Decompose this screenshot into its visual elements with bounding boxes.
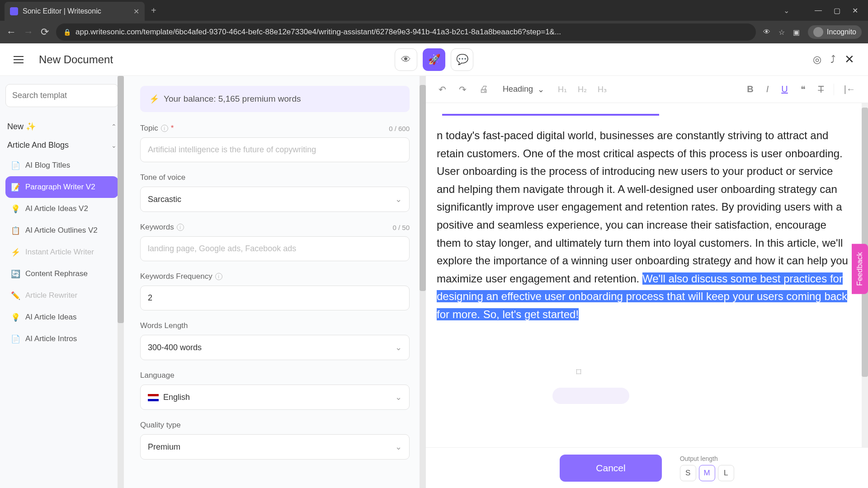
generate-button[interactable]: 🚀 <box>423 48 445 71</box>
balance-card: ⚡ Your balance: 5,165 premium words <box>140 86 410 112</box>
topic-input[interactable] <box>140 137 410 162</box>
info-icon[interactable]: i <box>215 273 222 280</box>
form-scrollbar[interactable] <box>420 76 426 488</box>
forward-icon: → <box>24 26 33 38</box>
window-controls: ⌄ — ▢ ✕ <box>783 6 868 15</box>
sidebar-group-new[interactable]: New ✨ ⌃ <box>5 117 118 136</box>
language-select[interactable]: English ⌄ <box>140 385 410 410</box>
editor-panel: ↶ ↷ 🖨 Heading ⌄ H₁ H₂ H₃ B I U ❝ T̶ |← n… <box>426 76 868 488</box>
redo-icon[interactable]: ↷ <box>456 81 469 98</box>
bold-icon[interactable]: B <box>744 81 756 97</box>
undo-icon[interactable]: ↶ <box>436 81 449 98</box>
main-layout: New ✨ ⌃ Article And Blogs ⌄ 📄 AI Blog Ti… <box>0 76 868 488</box>
flag-icon <box>148 394 159 401</box>
chevron-down-icon: ⌄ <box>111 142 117 149</box>
sidebar-item-instant-writer[interactable]: ⚡ Instant Article Writer <box>5 241 118 263</box>
editor-scrollbar[interactable] <box>862 103 868 488</box>
underline-icon[interactable]: U <box>778 81 790 97</box>
browser-tab[interactable]: Sonic Editor | Writesonic ✕ <box>5 2 145 21</box>
incognito-badge[interactable]: Incognito <box>808 25 862 39</box>
favicon <box>10 7 18 15</box>
record-icon[interactable]: ◎ <box>813 54 821 66</box>
reload-icon[interactable]: ⟳ <box>41 26 49 38</box>
tab-title: Sonic Editor | Writesonic <box>23 7 129 15</box>
tone-select[interactable]: Sarcastic ⌄ <box>140 187 410 212</box>
italic-icon[interactable]: I <box>764 81 772 97</box>
group-label: New ✨ <box>7 122 36 131</box>
back-icon[interactable]: ← <box>6 26 16 38</box>
text-normal: n today's fast-paced digital world, busi… <box>437 129 848 285</box>
h2-button[interactable]: H₂ <box>576 83 589 96</box>
list-icon: 📋 <box>11 226 20 235</box>
close-tab-icon[interactable]: ✕ <box>133 7 139 16</box>
tone-value: Sarcastic <box>148 195 181 204</box>
wordslen-select[interactable]: 300-400 words ⌄ <box>140 335 410 360</box>
output-length-label: Output length <box>680 455 734 462</box>
minimize-icon[interactable]: — <box>815 6 822 15</box>
kwfreq-input[interactable] <box>140 286 410 310</box>
editor-content[interactable]: n today's fast-paced digital world, busi… <box>426 103 868 488</box>
sidebar-item-paragraph-writer[interactable]: 📝 Paragraph Writer V2 <box>5 176 118 198</box>
sidebar-item-blog-titles[interactable]: 📄 AI Blog Titles <box>5 155 118 176</box>
info-icon[interactable]: i <box>177 224 184 231</box>
lightbulb-icon: 💡 <box>11 313 20 322</box>
new-tab-button[interactable]: + <box>151 5 156 16</box>
quote-icon[interactable]: ❝ <box>798 81 808 98</box>
search-input[interactable] <box>5 84 118 107</box>
sidebar-item-label: Article Rewriter <box>25 291 77 300</box>
edit-icon: ✏️ <box>11 291 20 300</box>
app-header: New Document 👁 🚀 💬 ◎ ⤴ ✕ <box>0 43 868 76</box>
cancel-button[interactable]: Cancel <box>560 455 661 482</box>
info-icon[interactable]: i <box>161 125 168 132</box>
feedback-tab[interactable]: Feedback <box>852 244 868 294</box>
editor-toolbar: ↶ ↷ 🖨 Heading ⌄ H₁ H₂ H₃ B I U ❝ T̶ |← <box>426 76 868 103</box>
ghost-chip <box>552 388 629 404</box>
chat-button[interactable]: 💬 <box>451 48 473 71</box>
editor-text[interactable]: n today's fast-paced digital world, busi… <box>437 127 852 324</box>
sidebar-item-content-rephrase[interactable]: 🔄 Content Rephrase <box>5 263 118 285</box>
browser-toolbar: ← → ⟳ 🔒 app.writesonic.com/template/6bc4… <box>0 21 868 43</box>
tab-dropdown-icon[interactable]: ⌄ <box>783 6 789 15</box>
intro-icon: 📄 <box>11 334 20 343</box>
sidebar-item-article-ideas2[interactable]: 💡 AI Article Ideas <box>5 306 118 328</box>
bottom-bar: Cancel Output length S M L <box>426 447 868 488</box>
bolt-icon: ⚡ <box>11 248 20 257</box>
address-bar[interactable]: 🔒 app.writesonic.com/template/6bc4afed-9… <box>56 23 756 41</box>
chevron-up-icon: ⌃ <box>111 123 117 130</box>
quality-select[interactable]: Premium ⌄ <box>140 434 410 460</box>
keywords-input[interactable] <box>140 236 410 261</box>
chevron-down-icon: ⌄ <box>395 442 402 452</box>
sidebar-item-article-rewriter[interactable]: ✏️ Article Rewriter <box>5 285 118 306</box>
clear-format-icon[interactable]: T̶ <box>816 81 826 98</box>
bolt-icon: ⚡ <box>149 94 159 104</box>
h3-button[interactable]: H₃ <box>596 83 609 96</box>
chevron-down-icon: ⌄ <box>395 194 402 204</box>
sidebar-item-article-outlines[interactable]: 📋 AI Article Outlines V2 <box>5 220 118 241</box>
paragraph-icon: 📝 <box>11 183 20 192</box>
extensions-icon[interactable]: ▣ <box>793 28 800 37</box>
close-window-icon[interactable]: ✕ <box>852 6 858 15</box>
preview-button[interactable]: 👁 <box>395 48 417 71</box>
print-icon[interactable]: 🖨 <box>476 81 491 97</box>
topic-label: Topic i * 0 / 600 <box>140 124 410 133</box>
collapse-icon[interactable]: |← <box>841 81 858 97</box>
sidebar-group-articles[interactable]: Article And Blogs ⌄ <box>5 136 118 155</box>
eye-off-icon[interactable]: 👁 <box>763 28 770 36</box>
incognito-icon <box>813 27 823 37</box>
url-text: app.writesonic.com/template/6bc4afed-937… <box>75 28 561 37</box>
star-icon[interactable]: ☆ <box>778 28 785 37</box>
close-icon[interactable]: ✕ <box>844 52 854 66</box>
heading-select[interactable]: Heading ⌄ <box>498 82 549 97</box>
hamburger-icon[interactable] <box>14 56 24 63</box>
sidebar-scrollbar[interactable] <box>118 76 124 488</box>
h1-button[interactable]: H₁ <box>556 83 569 96</box>
sidebar: New ✨ ⌃ Article And Blogs ⌄ 📄 AI Blog Ti… <box>0 76 124 488</box>
topic-counter: 0 / 600 <box>389 125 410 132</box>
length-m[interactable]: M <box>699 465 715 481</box>
maximize-icon[interactable]: ▢ <box>834 6 840 15</box>
sidebar-item-article-intros[interactable]: 📄 AI Article Intros <box>5 328 118 350</box>
export-icon[interactable]: ⤴ <box>830 54 835 66</box>
sidebar-item-article-ideas[interactable]: 💡 AI Article Ideas V2 <box>5 198 118 220</box>
length-l[interactable]: L <box>718 465 734 481</box>
length-s[interactable]: S <box>680 465 696 481</box>
